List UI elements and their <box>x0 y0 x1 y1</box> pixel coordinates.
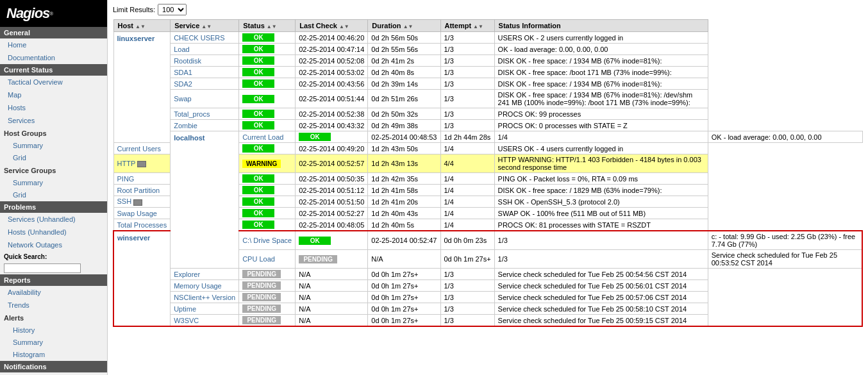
status-badge: OK <box>242 209 274 217</box>
service-link[interactable]: HTTP <box>117 160 136 167</box>
duration-cell: 1d 2h 41m 20s <box>368 196 440 208</box>
sidebar-item-hostgroups-grid[interactable]: Grid <box>0 152 107 164</box>
sidebar-item-hosts[interactable]: Hosts <box>0 101 107 114</box>
host-link[interactable]: localhost <box>174 134 204 142</box>
lastcheck-cell: N/A <box>296 292 368 303</box>
status-badge: OK <box>242 56 274 65</box>
reports-header: Reports <box>0 274 107 286</box>
attempt-cell: 1/4 <box>440 185 494 196</box>
sidebar-item-servicegroups-grid[interactable]: Grid <box>0 189 107 201</box>
sidebar-item-alerts-histogram[interactable]: Histogram <box>0 349 107 361</box>
sidebar-item-hostgroups-summary[interactable]: Summary <box>0 140 107 152</box>
host-link[interactable]: linuxserver <box>117 35 155 42</box>
service-link[interactable]: Root Partition <box>117 187 160 194</box>
sidebar-item-alerts-history[interactable]: History <box>0 324 107 337</box>
info-cell: OK - load average: 0.00, 0.00, 0.00 <box>708 131 862 143</box>
attempt-cell: 1/3 <box>440 108 494 120</box>
service-link[interactable]: Swap Usage <box>117 210 157 217</box>
quick-search-input[interactable] <box>4 263 81 273</box>
duration-cell: 1d 2h 41m 58s <box>368 185 440 196</box>
sidebar-item-servicegroups-summary[interactable]: Summary <box>0 177 107 189</box>
info-cell: PROCS OK: 0 processes with STATE = Z <box>494 120 708 131</box>
service-link[interactable]: C:\ Drive Space <box>242 237 292 244</box>
current-status-header: Current Status <box>0 64 107 76</box>
status-badge: OK <box>242 33 274 42</box>
service-link[interactable]: Current Load <box>242 133 283 141</box>
sidebar-item-network-outages[interactable]: Network Outages <box>0 238 107 251</box>
service-cell: Total_procs <box>171 108 239 120</box>
attempt-cell: 1/3 <box>440 67 494 78</box>
col-status[interactable]: Status ▲▼ <box>239 20 296 32</box>
lastcheck-cell: 02-25-2014 00:43:32 <box>296 120 368 131</box>
sidebar-item-services-unhandled[interactable]: Services (Unhandled) <box>0 213 107 226</box>
duration-cell: 0d 0h 1m 27s+ <box>440 250 494 269</box>
status-badge: PENDING <box>299 255 337 263</box>
limit-select[interactable]: 100 50 200 <box>158 4 187 15</box>
col-info: Status Information <box>494 20 708 32</box>
lastcheck-cell: N/A <box>296 280 368 292</box>
col-lastcheck[interactable]: Last Check ▲▼ <box>296 20 368 32</box>
info-cell: Service check scheduled for Tue Feb 25 0… <box>494 269 708 280</box>
service-link[interactable]: Current Users <box>117 145 161 153</box>
sidebar-item-services[interactable]: Services <box>0 114 107 127</box>
service-cell: Swap Usage <box>113 208 171 219</box>
host-groups-label: Host Groups <box>0 127 107 140</box>
service-link[interactable]: Explorer <box>174 271 200 278</box>
attempt-cell: 1/3 <box>440 32 494 44</box>
sidebar-item-trends[interactable]: Trends <box>0 299 107 312</box>
duration-cell: 0d 2h 49m 38s <box>368 120 440 131</box>
service-link[interactable]: Zombie <box>174 122 197 129</box>
status-cell: OK <box>239 185 296 196</box>
host-cell[interactable]: winserver <box>113 231 171 326</box>
service-link[interactable]: SSH <box>117 197 132 205</box>
host-cell[interactable]: linuxserver <box>113 32 171 143</box>
service-link[interactable]: NSClient++ Version <box>174 294 235 301</box>
host-cell[interactable]: localhost <box>171 131 239 269</box>
sidebar-item-availability[interactable]: Availability <box>0 286 107 299</box>
service-cell: HTTP <box>113 154 171 173</box>
sidebar-item-alerts-summary[interactable]: Summary <box>0 337 107 349</box>
service-link[interactable]: Uptime <box>174 305 196 313</box>
lastcheck-sort-icon: ▲▼ <box>339 24 349 29</box>
table-row: ExplorerPENDINGN/A0d 0h 1m 27s+1/3Servic… <box>113 269 862 280</box>
col-duration[interactable]: Duration ▲▼ <box>368 20 440 32</box>
attempt-cell: 1/3 <box>494 250 708 269</box>
service-link[interactable]: CHECK USERS <box>174 34 224 42</box>
service-link[interactable]: PING <box>117 175 135 183</box>
sidebar-item-home[interactable]: Home <box>0 38 107 51</box>
service-link[interactable]: Rootdisk <box>174 57 201 65</box>
service-link[interactable]: SDA1 <box>174 69 192 76</box>
info-cell: DISK OK - free space: / 1934 MB (67% ino… <box>494 90 708 108</box>
service-link[interactable]: Memory Usage <box>174 282 222 290</box>
duration-cell: 1d 2h 44m 28s <box>440 131 494 143</box>
service-link[interactable]: Load <box>174 46 189 53</box>
host-link[interactable]: winserver <box>117 234 150 242</box>
status-badge: PENDING <box>242 281 281 290</box>
attempt-cell: 1/3 <box>440 269 494 280</box>
col-attempt[interactable]: Attempt ▲▼ <box>440 20 494 32</box>
status-badge: PENDING <box>242 270 281 278</box>
status-badge: OK <box>242 197 274 206</box>
lastcheck-cell: 02-25-2014 00:52:47 <box>368 231 440 250</box>
duration-sort-icon: ▲▼ <box>403 24 413 29</box>
table-row: localhost Current LoadOK02-25-2014 00:48… <box>113 131 862 143</box>
info-cell: PROCS OK: 81 processes with STATE = RSZD… <box>494 219 708 231</box>
status-cell: OK <box>239 143 296 154</box>
duration-cell: 0d 0h 1m 27s+ <box>368 292 440 303</box>
service-link[interactable]: SDA2 <box>174 80 192 88</box>
attempt-cell: 1/4 <box>494 131 708 143</box>
sidebar-item-hosts-unhandled[interactable]: Hosts (Unhandled) <box>0 226 107 238</box>
sidebar-item-map[interactable]: Map <box>0 88 107 101</box>
service-link[interactable]: Swap <box>174 95 192 103</box>
col-service[interactable]: Service ▲▼ <box>171 20 239 32</box>
service-link[interactable]: Total Processes <box>117 221 167 229</box>
status-badge: OK <box>242 221 274 229</box>
lastcheck-cell: 02-25-2014 00:47:14 <box>296 44 368 55</box>
sidebar-item-documentation[interactable]: Documentation <box>0 51 107 64</box>
col-host[interactable]: Host ▲▼ <box>113 20 171 32</box>
sidebar-item-tactical-overview[interactable]: Tactical Overview <box>0 76 107 88</box>
service-link[interactable]: CPU Load <box>242 255 275 263</box>
lastcheck-cell: 02-25-2014 00:52:08 <box>296 55 368 67</box>
service-link[interactable]: Total_procs <box>174 110 210 118</box>
service-link[interactable]: W3SVC <box>174 317 199 324</box>
